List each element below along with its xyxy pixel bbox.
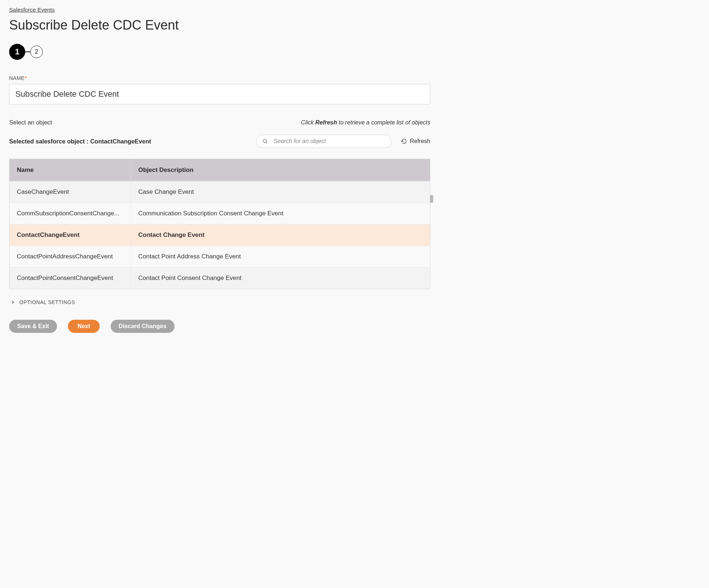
optional-settings-toggle[interactable]: OPTIONAL SETTINGS xyxy=(11,299,430,305)
next-button[interactable]: Next xyxy=(68,320,100,333)
table-row[interactable]: ContactPointAddressChangeEventContact Po… xyxy=(9,246,430,268)
discard-button[interactable]: Discard Changes xyxy=(111,320,175,333)
hint-suffix: to retrieve a complete list of objects xyxy=(337,119,430,126)
col-header-desc[interactable]: Object Description xyxy=(131,159,430,181)
cell-name: CommSubscriptionConsentChange... xyxy=(9,203,131,224)
col-header-name[interactable]: Name xyxy=(9,159,131,181)
selected-prefix: Selected salesforce object : xyxy=(9,138,90,145)
object-table-wrap: Name Object Description CaseChangeEventC… xyxy=(9,159,430,289)
save-exit-button[interactable]: Save & Exit xyxy=(9,320,57,333)
cell-desc: Communication Subscription Consent Chang… xyxy=(131,203,430,224)
cell-desc: Contact Change Event xyxy=(131,224,430,246)
refresh-label: Refresh xyxy=(410,138,430,145)
object-table: Name Object Description CaseChangeEventC… xyxy=(9,159,430,289)
refresh-button[interactable]: Refresh xyxy=(401,138,430,145)
cell-name: ContactChangeEvent xyxy=(9,224,131,246)
breadcrumb-link[interactable]: Salesforce Events xyxy=(9,7,55,13)
table-row[interactable]: ContactChangeEventContact Change Event xyxy=(9,224,430,246)
stepper: 1 2 xyxy=(9,44,430,60)
name-label-text: NAME xyxy=(9,75,24,81)
search-icon xyxy=(262,138,268,144)
refresh-hint: Click Refresh to retrieve a complete lis… xyxy=(301,119,430,126)
svg-line-1 xyxy=(266,142,267,143)
refresh-icon xyxy=(401,138,407,144)
name-input[interactable] xyxy=(9,84,430,104)
table-row[interactable]: ContactPointConsentChangeEventContact Po… xyxy=(9,268,430,289)
select-object-label: Select an object xyxy=(9,119,52,126)
selected-object-label: Selected salesforce object : ContactChan… xyxy=(9,138,151,145)
search-input[interactable] xyxy=(256,135,392,148)
svg-point-0 xyxy=(263,139,267,143)
scrollbar-thumb[interactable] xyxy=(430,195,433,203)
step-2[interactable]: 2 xyxy=(30,46,43,58)
search-box xyxy=(256,135,392,148)
name-field-label: NAME* xyxy=(9,75,430,81)
table-row[interactable]: CaseChangeEventCase Change Event xyxy=(9,181,430,203)
required-asterisk: * xyxy=(24,75,27,81)
footer-buttons: Save & Exit Next Discard Changes xyxy=(9,320,430,333)
cell-name: CaseChangeEvent xyxy=(9,181,131,203)
chevron-right-icon xyxy=(11,300,15,304)
cell-name: ContactPointConsentChangeEvent xyxy=(9,268,131,289)
cell-name: ContactPointAddressChangeEvent xyxy=(9,246,131,268)
optional-settings-label: OPTIONAL SETTINGS xyxy=(19,299,75,305)
cell-desc: Case Change Event xyxy=(131,181,430,203)
table-row[interactable]: CommSubscriptionConsentChange...Communic… xyxy=(9,203,430,224)
cell-desc: Contact Point Consent Change Event xyxy=(131,268,430,289)
page-title: Subscribe Delete CDC Event xyxy=(9,18,430,33)
cell-desc: Contact Point Address Change Event xyxy=(131,246,430,268)
step-1[interactable]: 1 xyxy=(9,44,25,60)
hint-bold: Refresh xyxy=(315,119,337,126)
hint-prefix: Click xyxy=(301,119,315,126)
selected-value: ContactChangeEvent xyxy=(90,138,151,145)
step-connector xyxy=(25,51,30,52)
